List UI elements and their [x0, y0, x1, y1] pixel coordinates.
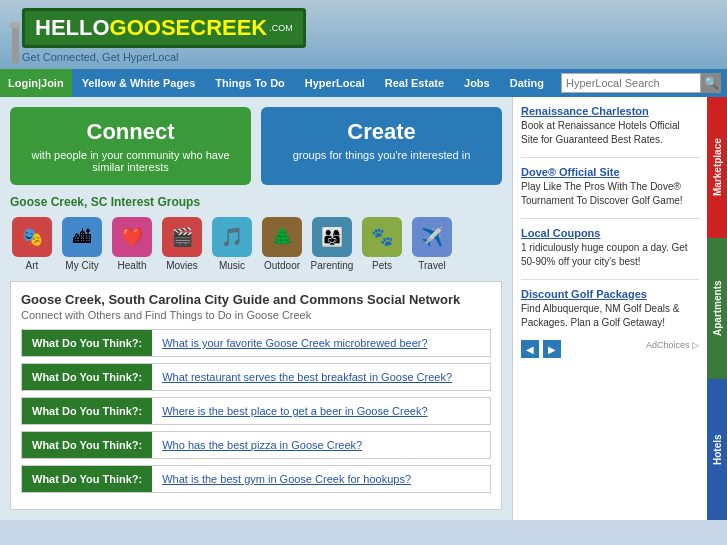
create-title: Create — [277, 119, 486, 145]
interest-parenting[interactable]: 👨‍👩‍👧 Parenting — [310, 217, 354, 271]
movies-label: Movies — [166, 260, 198, 271]
logo-wrap: HELLO GOOSECREEK .COM Get Connected, Get… — [22, 8, 306, 63]
tab-hotels[interactable]: Hotels — [707, 379, 727, 520]
question-link-4[interactable]: What is the best gym in Goose Creek for … — [152, 466, 421, 492]
main-content: Connect with people in your community wh… — [0, 97, 707, 520]
mycity-label: My City — [65, 260, 98, 271]
nav-dating[interactable]: Dating — [500, 69, 554, 97]
ad-0: Renaissance Charleston Book at Renaissan… — [521, 105, 699, 147]
tagline: Get Connected, Get HyperLocal — [22, 51, 179, 63]
interest-health[interactable]: ❤️ Health — [110, 217, 154, 271]
content-area: Connect with people in your community wh… — [0, 97, 512, 520]
ad-next-button[interactable]: ▶ — [543, 340, 561, 358]
question-row-4: What Do You Think?: What is the best gym… — [21, 465, 491, 493]
interest-outdoor[interactable]: 🌲 Outdoor — [260, 217, 304, 271]
health-icon: ❤️ — [112, 217, 152, 257]
ad-choices-label: AdChoices ▷ — [565, 340, 699, 358]
ad-desc-3: Find Albuquerque, NM Golf Deals & Packag… — [521, 302, 699, 330]
city-guide-title: Goose Creek, South Carolina City Guide a… — [21, 292, 491, 307]
question-link-2[interactable]: Where is the best place to get a beer in… — [152, 398, 437, 424]
interest-music[interactable]: 🎵 Music — [210, 217, 254, 271]
interest-mycity[interactable]: 🏙 My City — [60, 217, 104, 271]
ad-prev-button[interactable]: ◀ — [521, 340, 539, 358]
right-tabs: Marketplace Apartments Hotels — [707, 97, 727, 520]
travel-label: Travel — [418, 260, 445, 271]
connect-title: Connect — [26, 119, 235, 145]
question-label-3: What Do You Think?: — [22, 432, 152, 458]
create-desc: groups for things you're interested in — [277, 149, 486, 161]
tab-apartments[interactable]: Apartments — [707, 238, 727, 379]
interest-icons-list: 🎭 Art 🏙 My City ❤️ Health 🎬 Movies — [10, 217, 502, 271]
ad-3: Discount Golf Packages Find Albuquerque,… — [521, 288, 699, 330]
health-label: Health — [118, 260, 147, 271]
connect-desc: with people in your community who have s… — [26, 149, 235, 173]
city-guide-subtitle: Connect with Others and Find Things to D… — [21, 309, 491, 321]
search-button[interactable]: 🔍 — [701, 73, 721, 93]
ad-title-3[interactable]: Discount Golf Packages — [521, 288, 699, 300]
music-label: Music — [219, 260, 245, 271]
ad-title-2[interactable]: Local Coupons — [521, 227, 699, 239]
ad-desc-0: Book at Renaissance Hotels Official Site… — [521, 119, 699, 147]
brand-hello: HELLO — [35, 15, 110, 41]
outdoor-icon: 🌲 — [262, 217, 302, 257]
interest-groups-title: Goose Creek, SC Interest Groups — [10, 195, 502, 209]
question-row-0: What Do You Think?: What is your favorit… — [21, 329, 491, 357]
street-sign: HELLO GOOSECREEK .COM — [22, 8, 306, 48]
nav-yellow-white[interactable]: Yellow & White Pages — [72, 69, 206, 97]
music-icon: 🎵 — [212, 217, 252, 257]
outdoor-label: Outdoor — [264, 260, 300, 271]
question-row-3: What Do You Think?: Who has the best piz… — [21, 431, 491, 459]
ad-divider-0 — [521, 157, 699, 158]
sidebar: Renaissance Charleston Book at Renaissan… — [512, 97, 707, 520]
art-label: Art — [26, 260, 39, 271]
question-link-1[interactable]: What restaurant serves the best breakfas… — [152, 364, 462, 390]
movies-icon: 🎬 — [162, 217, 202, 257]
create-box[interactable]: Create groups for things you're interest… — [261, 107, 502, 185]
nav-jobs[interactable]: Jobs — [454, 69, 500, 97]
nav-things-to-do[interactable]: Things To Do — [205, 69, 294, 97]
tab-marketplace[interactable]: Marketplace — [707, 97, 727, 238]
interest-movies[interactable]: 🎬 Movies — [160, 217, 204, 271]
nav-bar: Login|Join Yellow & White Pages Things T… — [0, 69, 727, 97]
interest-travel[interactable]: ✈️ Travel — [410, 217, 454, 271]
question-row-2: What Do You Think?: Where is the best pl… — [21, 397, 491, 425]
city-guide: Goose Creek, South Carolina City Guide a… — [10, 281, 502, 510]
question-link-0[interactable]: What is your favorite Goose Creek microb… — [152, 330, 437, 356]
pets-label: Pets — [372, 260, 392, 271]
ad-1: Dove® Official Site Play Like The Pros W… — [521, 166, 699, 208]
login-join-button[interactable]: Login|Join — [0, 69, 72, 97]
ad-title-1[interactable]: Dove® Official Site — [521, 166, 699, 178]
pole-body — [12, 28, 19, 63]
question-label-2: What Do You Think?: — [22, 398, 152, 424]
ad-2: Local Coupons 1 ridiculously huge coupon… — [521, 227, 699, 269]
parenting-icon: 👨‍👩‍👧 — [312, 217, 352, 257]
ad-desc-2: 1 ridiculously huge coupon a day. Get 50… — [521, 241, 699, 269]
main-wrapper: Connect with people in your community wh… — [0, 97, 727, 520]
mycity-icon: 🏙 — [62, 217, 102, 257]
question-label-1: What Do You Think?: — [22, 364, 152, 390]
question-label-4: What Do You Think?: — [22, 466, 152, 492]
nav-hyperlocal[interactable]: HyperLocal — [295, 69, 375, 97]
brand-tld: .COM — [269, 23, 293, 33]
question-link-3[interactable]: Who has the best pizza in Goose Creek? — [152, 432, 372, 458]
travel-icon: ✈️ — [412, 217, 452, 257]
search-wrap: 🔍 — [561, 73, 727, 93]
ad-desc-1: Play Like The Pros With The Dove® Tourna… — [521, 180, 699, 208]
ad-divider-1 — [521, 218, 699, 219]
parenting-label: Parenting — [311, 260, 354, 271]
ad-navigation: ◀ ▶ AdChoices ▷ — [521, 340, 699, 358]
ad-divider-2 — [521, 279, 699, 280]
question-row-1: What Do You Think?: What restaurant serv… — [21, 363, 491, 391]
interest-pets[interactable]: 🐾 Pets — [360, 217, 404, 271]
art-icon: 🎭 — [12, 217, 52, 257]
connect-create-row: Connect with people in your community wh… — [10, 107, 502, 185]
question-label-0: What Do You Think?: — [22, 330, 152, 356]
header: HELLO GOOSECREEK .COM Get Connected, Get… — [0, 0, 727, 69]
interest-art[interactable]: 🎭 Art — [10, 217, 54, 271]
nav-real-estate[interactable]: Real Estate — [375, 69, 454, 97]
brand-name: GOOSECREEK — [110, 15, 268, 41]
search-input[interactable] — [561, 73, 701, 93]
connect-box[interactable]: Connect with people in your community wh… — [10, 107, 251, 185]
pets-icon: 🐾 — [362, 217, 402, 257]
ad-title-0[interactable]: Renaissance Charleston — [521, 105, 699, 117]
